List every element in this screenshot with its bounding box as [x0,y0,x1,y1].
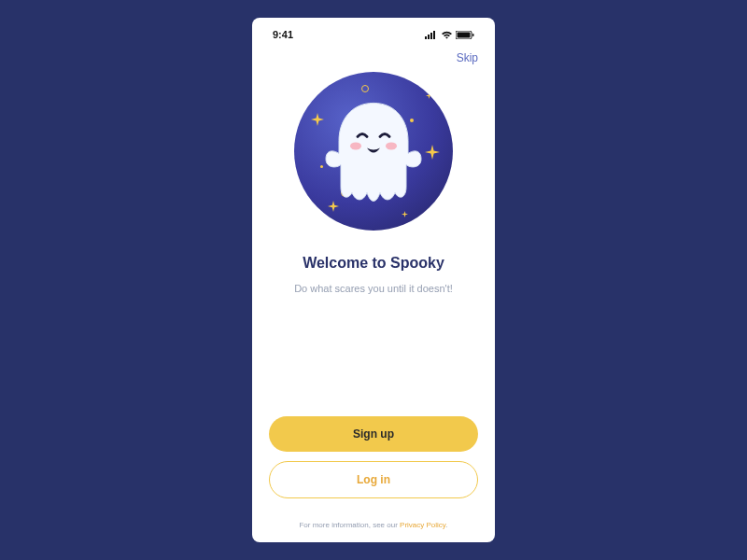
svg-rect-1 [428,35,430,39]
hero-circle [294,72,453,231]
svg-point-8 [386,142,397,149]
privacy-policy-link[interactable]: Privacy Policy [400,521,445,529]
page-title: Welcome to Spooky [269,255,478,272]
actions-container: Sign up Log in For more information, see… [269,416,478,529]
status-bar: 9:41 [269,29,478,40]
footer-prefix: For more information, see our [299,521,400,529]
ring-icon [361,85,369,92]
svg-rect-6 [472,34,474,36]
login-button[interactable]: Log in [269,461,478,498]
svg-rect-0 [425,36,427,39]
status-time: 9:41 [273,29,293,40]
battery-icon [456,31,474,39]
sparkle-icon [426,92,432,99]
svg-rect-5 [458,32,471,37]
wifi-icon [441,31,453,39]
footer-suffix: . [445,521,447,529]
skip-link[interactable]: Skip [269,51,478,64]
signup-button[interactable]: Sign up [269,416,478,452]
ghost-icon [322,97,425,209]
sparkle-icon [402,211,408,217]
svg-point-7 [350,142,361,149]
hero-illustration [269,72,478,231]
signal-icon [425,31,438,39]
svg-rect-3 [433,31,435,39]
footer-text: For more information, see our Privacy Po… [269,521,478,529]
phone-frame: 9:41 Skip [252,18,495,542]
page-subtitle: Do what scares you until it doesn't! [269,283,478,294]
sparkle-icon [425,145,440,160]
status-icons [425,31,474,39]
svg-rect-2 [430,33,432,39]
